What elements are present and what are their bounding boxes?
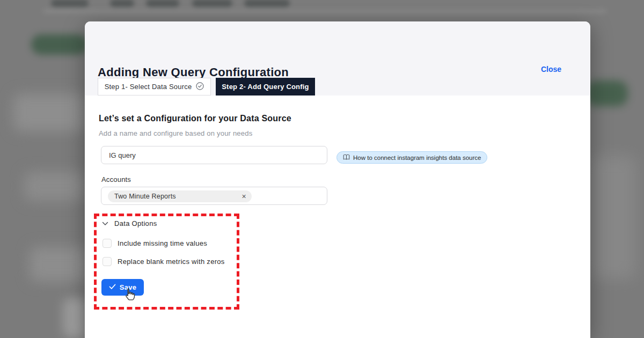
- remove-chip-icon[interactable]: ×: [242, 193, 246, 200]
- help-badge-label: How to connect instagram insights data s…: [353, 155, 481, 161]
- blurred-nav-tab: [146, 0, 179, 8]
- blurred-nav-tab: [192, 0, 232, 8]
- checkbox-include-missing-time-values[interactable]: Include missing time values: [103, 238, 207, 248]
- chevron-down-icon: [102, 218, 108, 228]
- blurred-green-button: [586, 80, 628, 106]
- blurred-page-content: [63, 298, 87, 338]
- modal-header: Adding New Query Configuration Close Ste…: [85, 21, 590, 95]
- account-chip-text: Two Minute Reports: [114, 193, 176, 200]
- tab-step1-label: Step 1- Select Data Source: [105, 83, 192, 91]
- save-button-label: Save: [120, 283, 137, 291]
- close-button[interactable]: Close: [541, 65, 561, 74]
- blurred-page-content: [30, 247, 89, 282]
- checkbox-label: Replace blank metrics with zeros: [118, 258, 225, 266]
- accounts-select[interactable]: Two Minute Reports ×: [101, 187, 327, 205]
- accounts-label: Accounts: [101, 175, 131, 183]
- section-heading: Let’s set a Configuration for your Data …: [99, 114, 291, 123]
- checkbox-icon[interactable]: [103, 239, 112, 248]
- check-icon: [109, 283, 116, 291]
- blurred-page-content: [13, 94, 86, 131]
- blurred-green-button: [31, 34, 87, 55]
- blurred-page-content: [24, 172, 86, 201]
- tab-step2-label: Step 2- Add Query Config: [222, 83, 309, 91]
- section-subheading: Add a name and configure based on your n…: [99, 129, 252, 137]
- data-options-label: Data Options: [114, 219, 157, 227]
- blurred-page-content: [590, 156, 636, 279]
- save-button[interactable]: Save: [101, 279, 144, 296]
- data-options-toggle[interactable]: Data Options: [102, 218, 157, 229]
- query-name-input[interactable]: [101, 146, 327, 164]
- blurred-nav-tab: [244, 0, 290, 8]
- open-book-icon: [343, 154, 350, 161]
- check-circle-icon: [196, 82, 204, 92]
- tab-step2-add-query-config[interactable]: Step 2- Add Query Config: [216, 78, 315, 95]
- blurred-nav-tab: [110, 0, 134, 8]
- blurred-nav-tab: [51, 0, 89, 8]
- query-configuration-modal: Adding New Query Configuration Close Ste…: [85, 21, 590, 338]
- checkbox-label: Include missing time values: [118, 239, 207, 247]
- account-chip: Two Minute Reports ×: [108, 190, 252, 202]
- checkbox-replace-blank-metrics[interactable]: Replace blank metrics with zeros: [103, 256, 225, 266]
- tab-step1-select-data-source[interactable]: Step 1- Select Data Source: [98, 78, 211, 95]
- help-badge[interactable]: How to connect instagram insights data s…: [336, 151, 487, 164]
- blurred-page-bar: [43, 9, 606, 13]
- checkbox-icon[interactable]: [103, 257, 112, 266]
